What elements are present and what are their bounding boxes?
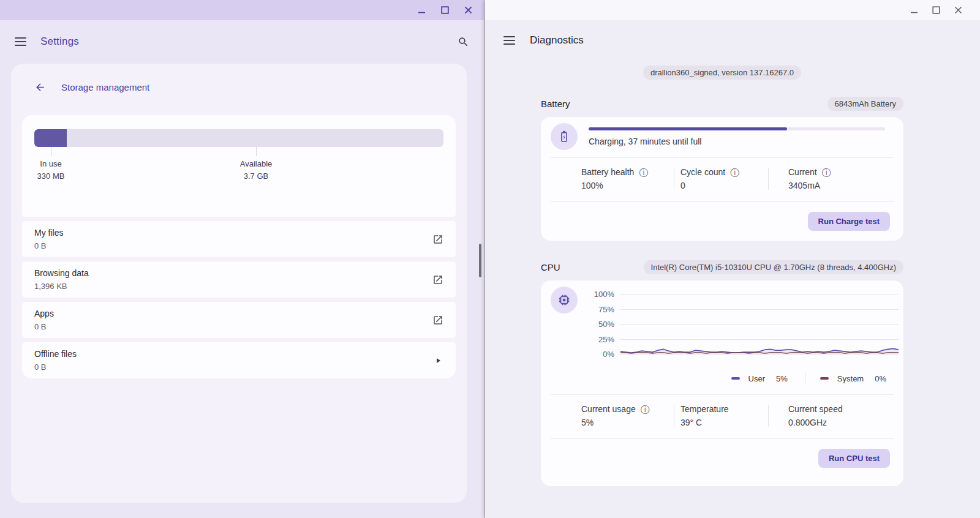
legend-user-value: 5% [776, 374, 788, 383]
available-label-group: Available 3.7 GB [240, 158, 273, 182]
open-in-new-icon[interactable] [432, 234, 443, 245]
list-item-my-files[interactable]: My files 0 B [22, 221, 456, 257]
settings-header: Settings [0, 20, 484, 63]
battery-section: Battery 6843mAh Battery [541, 97, 903, 241]
legend-system-value: 0% [875, 374, 886, 383]
battery-health-stat: Battery healthⓘ 100% [541, 167, 674, 190]
battery-progress [589, 127, 885, 130]
y-tick-label: 0% [578, 350, 614, 359]
app-title: Settings [40, 36, 79, 48]
maximize-button[interactable] [440, 6, 450, 15]
legend-user-label: User [748, 374, 765, 383]
storage-page-header: Storage management [11, 64, 467, 115]
cpu-chip-icon [551, 287, 578, 313]
diagnostics-window: Diagnostics drallion360_signed, version … [485, 0, 980, 518]
cpu-stats-row: Current usageⓘ 5% Temperature 39° C Curr… [541, 395, 903, 438]
gridline [620, 354, 899, 355]
in-use-value: 330 MB [37, 170, 65, 182]
cpu-section: CPU Intel(R) Core(TM) i5-10310U CPU @ 1.… [541, 260, 903, 486]
y-tick-label: 100% [578, 290, 614, 299]
caret-right-icon [437, 358, 440, 363]
cycle-count-stat: Cycle countⓘ 0 [674, 167, 768, 190]
settings-titlebar [0, 0, 484, 20]
info-icon[interactable]: ⓘ [641, 405, 650, 414]
version-badge: drallion360_signed, version 137.16267.0 [643, 66, 801, 80]
run-cpu-test-button[interactable]: Run CPU test [818, 449, 890, 468]
in-use-tick [51, 147, 51, 156]
battery-icon [551, 123, 578, 150]
maximize-button[interactable] [931, 6, 941, 15]
open-in-new-icon[interactable] [432, 315, 443, 326]
storage-summary-card: In use 330 MB Available 3.7 GB [22, 115, 456, 217]
current-speed-stat: Current speed 0.800GHz [769, 404, 903, 427]
temperature-stat: Temperature 39° C [674, 404, 768, 427]
diagnostics-header: Diagnostics [485, 20, 980, 61]
battery-stats-row: Battery healthⓘ 100% Cycle countⓘ 0 Curr… [541, 158, 903, 201]
diagnostics-titlebar [485, 0, 980, 20]
run-charge-test-button[interactable]: Run Charge test [808, 212, 890, 231]
open-in-new-icon[interactable] [432, 274, 443, 285]
back-arrow-icon[interactable] [34, 81, 46, 93]
storage-bar-fill [34, 129, 67, 147]
in-use-label-group: In use 330 MB [37, 158, 65, 182]
current-usage-stat: Current usageⓘ 5% [541, 404, 674, 427]
list-item-browsing-data[interactable]: Browsing data 1,396 KB [22, 261, 456, 298]
cpu-card: 100% 75% 50% 25% 0% User [541, 280, 903, 486]
battery-section-title: Battery [541, 99, 570, 109]
legend-swatch [731, 377, 740, 380]
cpu-usage-chart [620, 294, 899, 354]
y-tick-label: 75% [578, 304, 614, 313]
cpu-badge: Intel(R) Core(TM) i5-10310U CPU @ 1.70GH… [644, 260, 903, 274]
y-tick-label: 25% [578, 334, 614, 343]
legend-swatch [820, 377, 829, 380]
scrollbar-thumb[interactable] [479, 244, 481, 277]
y-tick-label: 50% [578, 320, 614, 329]
storage-bar [34, 129, 443, 147]
minimize-button[interactable] [909, 6, 919, 15]
info-icon[interactable]: ⓘ [730, 168, 739, 177]
storage-management-panel: Storage management In use 330 MB Availab… [11, 64, 467, 503]
battery-badge: 6843mAh Battery [827, 97, 903, 111]
divider [805, 372, 805, 385]
legend-system-label: System [837, 374, 864, 383]
available-label: Available [240, 158, 273, 170]
list-item-apps[interactable]: Apps 0 B [22, 302, 456, 338]
cpu-section-title: CPU [541, 262, 560, 272]
battery-progress-fill [589, 127, 787, 130]
available-value: 3.7 GB [240, 170, 273, 182]
available-tick [256, 147, 257, 156]
app-title: Diagnostics [530, 34, 584, 47]
search-icon[interactable] [458, 36, 469, 48]
list-item-offline-files[interactable]: Offline files 0 B [22, 342, 456, 378]
battery-status: Charging, 37 minutes until full [589, 137, 885, 146]
cpu-chart-legend: User 5% System 0% [541, 364, 903, 394]
menu-icon[interactable] [15, 37, 26, 46]
battery-card: Charging, 37 minutes until full Battery … [541, 117, 903, 241]
settings-window: Settings Storage management In use [0, 0, 484, 518]
current-stat: Currentⓘ 3405mA [769, 167, 903, 190]
minimize-button[interactable] [417, 6, 426, 15]
in-use-label: In use [37, 158, 65, 170]
page-title: Storage management [61, 82, 149, 92]
info-icon[interactable]: ⓘ [822, 168, 831, 177]
close-button[interactable] [463, 6, 473, 15]
info-icon[interactable]: ⓘ [639, 168, 648, 177]
close-button[interactable] [953, 6, 963, 15]
menu-icon[interactable] [503, 36, 515, 45]
cpu-usage-chart-area: 100% 75% 50% 25% 0% [578, 287, 899, 364]
